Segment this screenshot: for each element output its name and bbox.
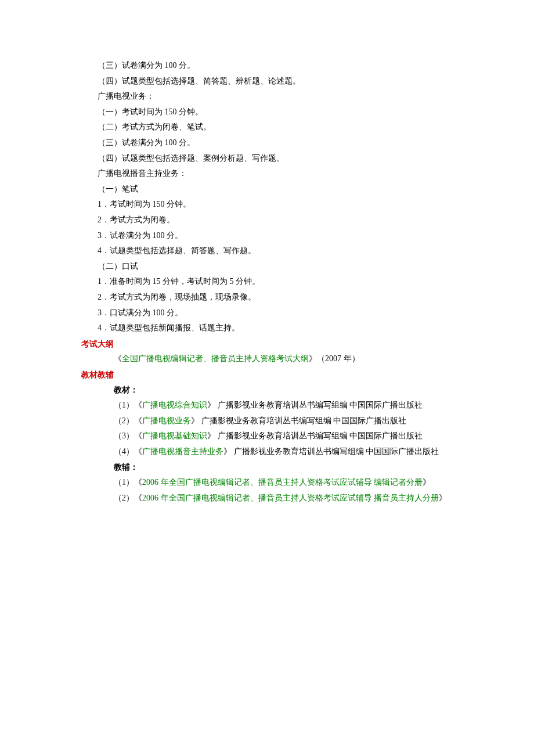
link-textbook-2[interactable]: 广播电视业务 bbox=[142, 416, 191, 425]
subheading-textbook: 教材： bbox=[81, 382, 453, 398]
body-line: （三）试卷满分为 100 分。 bbox=[81, 58, 453, 74]
text: 》 广播影视业务教育培训丛书编写组编 中国国际广播出版社 bbox=[223, 447, 439, 456]
textbook-item: （4）《广播电视播音主持业务》 广播影视业务教育培训丛书编写组编 中国国际广播出… bbox=[81, 444, 453, 460]
textbook-item: （2）《广播电视业务》 广播影视业务教育培训丛书编写组编 中国国际广播出版社 bbox=[81, 413, 453, 429]
link-textbook-4[interactable]: 广播电视播音主持业务 bbox=[142, 447, 223, 456]
link-aid-2[interactable]: 2006 年全国广播电视编辑记者、播音员主持人资格考试应试辅导 播音员主持人分册 bbox=[142, 494, 439, 502]
link-exam-outline[interactable]: 全国广播电视编辑记者、播音员主持人资格考试大纲 bbox=[122, 354, 309, 363]
heading-textbook: 教材教辅 bbox=[81, 367, 453, 383]
document-page: （三）试卷满分为 100 分。 （四）试题类型包括选择题、简答题、辨析题、论述题… bbox=[0, 0, 534, 529]
link-aid-1[interactable]: 2006 年全国广播电视编辑记者、播音员主持人资格考试应试辅导 编辑记者分册 bbox=[142, 478, 423, 487]
body-line: 3．试卷满分为 100 分。 bbox=[81, 228, 453, 244]
textbook-item: （1）《广播电视综合知识》 广播影视业务教育培训丛书编写组编 中国国际广播出版社 bbox=[81, 398, 453, 413]
text: 》 广播影视业务教育培训丛书编写组编 中国国际广播出版社 bbox=[207, 401, 423, 409]
body-line: （二）考试方式为闭卷、笔试。 bbox=[81, 120, 453, 135]
body-line: 1．准备时间为 15 分钟，考试时间为 5 分钟。 bbox=[81, 274, 453, 290]
text: （1）《 bbox=[114, 478, 142, 487]
body-line: 3．口试满分为 100 分。 bbox=[81, 305, 453, 321]
text: 》 bbox=[439, 494, 447, 502]
text: 》（2007 年） bbox=[309, 354, 360, 363]
body-line: 4．试题类型包括新闻播报、话题主持。 bbox=[81, 321, 453, 336]
body-line: 1．考试时间为 150 分钟。 bbox=[81, 197, 453, 213]
text: 》 bbox=[423, 478, 431, 487]
subheading-aid: 教辅： bbox=[81, 459, 453, 475]
text: （1）《 bbox=[114, 401, 142, 409]
body-line: 4．试题类型包括选择题、简答题、写作题。 bbox=[81, 243, 453, 259]
text: 》 广播影视业务教育培训丛书编写组编 中国国际广播出版社 bbox=[191, 416, 406, 425]
body-line: （二）口试 bbox=[81, 259, 453, 275]
link-textbook-3[interactable]: 广播电视基础知识 bbox=[142, 431, 207, 440]
text: 《 bbox=[114, 354, 122, 363]
text: （2）《 bbox=[114, 416, 142, 425]
heading-exam-outline: 考试大纲 bbox=[81, 336, 453, 352]
text: （2）《 bbox=[114, 494, 142, 502]
exam-outline-ref: 《全国广播电视编辑记者、播音员主持人资格考试大纲》（2007 年） bbox=[81, 351, 453, 367]
body-line: 2．考试方式为闭卷，现场抽题，现场录像。 bbox=[81, 290, 453, 305]
body-line: （四）试题类型包括选择题、简答题、辨析题、论述题。 bbox=[81, 74, 453, 89]
text: （3）《 bbox=[114, 431, 142, 440]
body-line: 2．考试方式为闭卷。 bbox=[81, 213, 453, 228]
body-line: （一）笔试 bbox=[81, 182, 453, 197]
text: （4）《 bbox=[114, 447, 142, 456]
textbook-item: （3）《广播电视基础知识》 广播影视业务教育培训丛书编写组编 中国国际广播出版社 bbox=[81, 429, 453, 444]
aid-item: （1）《2006 年全国广播电视编辑记者、播音员主持人资格考试应试辅导 编辑记者… bbox=[81, 475, 453, 491]
body-line: （四）试题类型包括选择题、案例分析题、写作题。 bbox=[81, 151, 453, 167]
body-line: （一）考试时间为 150 分钟。 bbox=[81, 105, 453, 120]
text: 》 广播影视业务教育培训丛书编写组编 中国国际广播出版社 bbox=[207, 431, 423, 440]
body-line: （三）试卷满分为 100 分。 bbox=[81, 135, 453, 151]
link-textbook-1[interactable]: 广播电视综合知识 bbox=[142, 401, 207, 409]
aid-item: （2）《2006 年全国广播电视编辑记者、播音员主持人资格考试应试辅导 播音员主… bbox=[81, 491, 453, 506]
body-line: 广播电视业务： bbox=[81, 89, 453, 105]
body-line: 广播电视播音主持业务： bbox=[81, 166, 453, 182]
